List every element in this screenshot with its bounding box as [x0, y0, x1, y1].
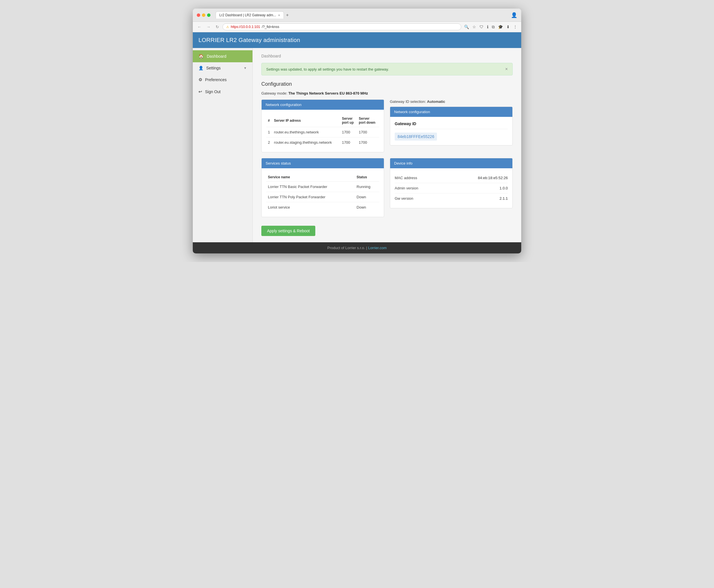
- maximize-button[interactable]: [207, 14, 211, 17]
- col-port-up: Serverport up: [340, 114, 357, 127]
- traffic-lights: [197, 14, 211, 17]
- apply-reboot-button[interactable]: Apply settings & Reboot: [261, 226, 315, 236]
- minimize-button[interactable]: [202, 14, 205, 17]
- tab-title: Lr2 Dashboard | LR2 Gateway adm...: [219, 13, 276, 17]
- app-body: 🏠 Dashboard 👤 Settings ▼ ⚙ Preferences ↩: [193, 48, 521, 242]
- browser-toolbar: ← → ↻ ⚠ https://10.0.0.1:101 /?_fid=knss…: [193, 22, 521, 32]
- section-title: Configuration: [261, 81, 513, 87]
- gateway-id-card: Network configuration Gateway ID 84eb18F…: [390, 107, 513, 145]
- col-ip: Server IP adress: [272, 114, 340, 127]
- sidebar-label-preferences: Preferences: [205, 78, 226, 82]
- tab-close-icon[interactable]: ✕: [278, 14, 280, 17]
- device-info-card: Device info MAC address 84:eb:18:e5:52:2…: [390, 158, 513, 208]
- alert-text: Settings was updated, to apply all setti…: [266, 67, 389, 71]
- active-tab[interactable]: Lr2 Dashboard | LR2 Gateway adm... ✕: [216, 12, 284, 19]
- device-info-value: 84:eb:18:e5:52:26: [478, 176, 508, 180]
- device-info-label: Gw version: [395, 196, 413, 201]
- services-card-body: Service name Status Lorrier TTN Basic Pa…: [262, 168, 384, 217]
- network-config-card-body: # Server IP adress Serverport up Serverp…: [262, 110, 384, 152]
- network-table: # Server IP adress Serverport up Serverp…: [266, 114, 379, 147]
- cell-port-up: 1700: [340, 127, 357, 138]
- services-col: Services status Service name Status: [261, 158, 384, 217]
- table-row: Lorrier TTN Poly Packet Forwarder Down: [266, 192, 379, 202]
- device-info-value: 1.0.0: [499, 186, 508, 190]
- cell-port-down: 1700: [357, 127, 379, 138]
- cell-service-name: Lorrier TTN Poly Packet Forwarder: [266, 192, 355, 202]
- layers-icon[interactable]: ⧉: [491, 24, 496, 30]
- table-row: 1 router.eu.thethings.network 1700 1700: [266, 127, 379, 138]
- breadcrumb: Dashboard: [261, 54, 513, 58]
- browser-titlebar: Lr2 Dashboard | LR2 Gateway adm... ✕ + 👤: [193, 8, 521, 22]
- col-num: #: [266, 114, 272, 127]
- gateway-id-col: Gateway ID selection: Automatic Network …: [390, 100, 513, 152]
- gateway-id-card-body: Gateway ID 84eb18FFFEe55226: [390, 117, 512, 145]
- refresh-button[interactable]: ↻: [214, 24, 221, 30]
- shield-icon[interactable]: 🛡: [478, 24, 485, 30]
- gateway-mode-line: Gateway mode: The Things Network Servers…: [261, 91, 513, 96]
- browser-window: Lr2 Dashboard | LR2 Gateway adm... ✕ + 👤…: [193, 8, 521, 253]
- sidebar-item-dashboard[interactable]: 🏠 Dashboard: [193, 50, 253, 62]
- tab-bar: Lr2 Dashboard | LR2 Gateway adm... ✕ +: [216, 12, 509, 19]
- gateway-id-selection-value: Automatic: [427, 100, 445, 104]
- alert-close-button[interactable]: ×: [505, 67, 508, 72]
- gateway-id-selection-label: Gateway ID selection:: [390, 100, 426, 104]
- cell-service-name: Loriot service: [266, 202, 355, 213]
- cell-num: 2: [266, 138, 272, 148]
- device-info-value: 2.1.1: [499, 196, 508, 201]
- profile-icon[interactable]: 👤: [511, 12, 517, 18]
- address-bar[interactable]: ⚠ https://10.0.0.1:101 /?_fid=knss: [222, 23, 461, 30]
- network-config-card: Network configuration # Server IP adress…: [261, 100, 384, 152]
- close-button[interactable]: [197, 14, 200, 17]
- cell-status: Down: [355, 202, 379, 213]
- sidebar-item-settings[interactable]: 👤 Settings ▼: [193, 62, 253, 74]
- footer-text: Product of Lorrier s.r.o. |: [327, 246, 367, 250]
- home-icon: 🏠: [198, 54, 204, 59]
- app-header: LORRIER LR2 Gateway administration: [193, 32, 521, 48]
- device-info-row: MAC address 84:eb:18:e5:52:26: [395, 173, 508, 183]
- services-card: Services status Service name Status: [261, 158, 384, 217]
- sidebar-label-dashboard: Dashboard: [207, 54, 226, 59]
- cell-status: Down: [355, 192, 379, 202]
- sidebar-item-preferences[interactable]: ⚙ Preferences: [193, 74, 253, 86]
- app-footer: Product of Lorrier s.r.o. | Lorrier.com: [193, 242, 521, 253]
- gear-icon: ⚙: [198, 77, 202, 82]
- gateway-mode-value: The Things Network Servers EU 863-870 MH…: [288, 91, 368, 96]
- cell-port-up: 1700: [340, 138, 357, 148]
- device-info-card-header: Device info: [390, 158, 512, 168]
- bottom-two-col: Services status Service name Status: [261, 158, 513, 217]
- download-icon[interactable]: ⬇: [505, 24, 511, 30]
- device-info-row: Gw version 2.1.1: [395, 193, 508, 204]
- gateway-mode-label: Gateway mode:: [261, 91, 287, 96]
- alert-banner: Settings was updated, to apply all setti…: [261, 63, 513, 76]
- table-row: 2 router.eu.staging.thethings.network 17…: [266, 138, 379, 148]
- services-card-header: Services status: [262, 158, 384, 168]
- toolbar-icons: 🔍 ☆ 🛡 ℹ ⧉ 🎓 ⬇ ⋮: [463, 24, 518, 30]
- device-info-card-body: MAC address 84:eb:18:e5:52:26 Admin vers…: [390, 168, 512, 208]
- footer-link[interactable]: Lorrier.com: [368, 246, 387, 250]
- network-config-col: Network configuration # Server IP adress…: [261, 100, 384, 152]
- sidebar-item-signout[interactable]: ↩ Sign Out: [193, 86, 253, 98]
- forward-button[interactable]: →: [205, 24, 212, 30]
- cell-num: 1: [266, 127, 272, 138]
- cell-ip: router.eu.thethings.network: [272, 127, 340, 138]
- table-row: Loriot service Down: [266, 202, 379, 213]
- chevron-down-icon: ▼: [244, 66, 247, 70]
- bookmark-icon[interactable]: ☆: [471, 24, 477, 30]
- back-button[interactable]: ←: [196, 24, 203, 30]
- col-service-name: Service name: [266, 173, 355, 182]
- menu-icon[interactable]: ⋮: [512, 24, 518, 30]
- search-icon[interactable]: 🔍: [463, 24, 470, 30]
- table-row: Lorrier TTN Basic Packet Forwarder Runni…: [266, 182, 379, 192]
- extension-icon[interactable]: 🎓: [497, 24, 504, 30]
- device-info-col: Device info MAC address 84:eb:18:e5:52:2…: [390, 158, 513, 217]
- gateway-id-value: 84eb18FFFEe55226: [395, 132, 437, 141]
- new-tab-button[interactable]: +: [284, 13, 291, 18]
- signout-icon: ↩: [198, 89, 202, 94]
- sidebar-label-signout: Sign Out: [205, 89, 220, 94]
- app: LORRIER LR2 Gateway administration 🏠 Das…: [193, 32, 521, 253]
- sidebar-label-settings: Settings: [206, 66, 221, 70]
- info-icon[interactable]: ℹ: [486, 24, 490, 30]
- cell-ip: router.eu.staging.thethings.network: [272, 138, 340, 148]
- device-info-label: MAC address: [395, 176, 417, 180]
- network-config-card-header: Network configuration: [262, 100, 384, 110]
